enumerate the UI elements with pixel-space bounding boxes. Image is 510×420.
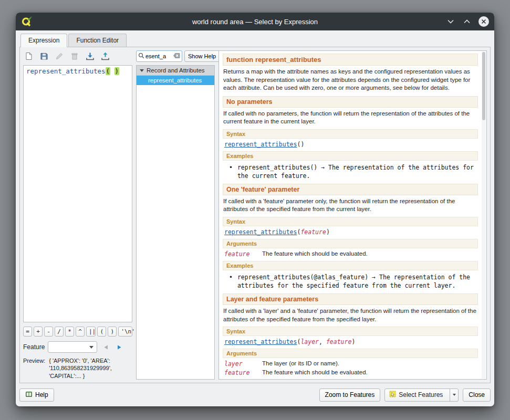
close-button[interactable]: Close [463, 388, 491, 402]
help-scrollbar-thumb[interactable] [482, 52, 485, 120]
help-h2: Layer and feature parameters [223, 293, 478, 305]
operator-button[interactable]: ^ [76, 327, 85, 337]
operator-button[interactable]: - [44, 327, 53, 337]
help-h3: Examples [223, 261, 478, 270]
qgis-logo-icon [21, 15, 34, 28]
help-para: Returns a map with the attribute names a… [223, 68, 477, 92]
function-tree: Record and Attributes represent_attribut… [136, 65, 215, 380]
save-expression-button[interactable] [38, 50, 50, 62]
help-h3: Syntax [223, 129, 478, 139]
help-h3: Arguments [223, 349, 478, 358]
select-features-label: Select Features [399, 391, 443, 398]
tree-group-label: Record and Attributes [147, 67, 205, 74]
help-title: function represent_attributes [223, 54, 478, 66]
new-expression-button[interactable] [23, 50, 35, 62]
tab-function-editor[interactable]: Function Editor [68, 34, 127, 47]
search-icon [138, 51, 144, 61]
help-h3: Syntax [223, 217, 478, 226]
shade-window-button[interactable] [446, 17, 455, 26]
dialog-footer: Help Zoom to Features Select Features Cl… [19, 387, 491, 403]
expression-text: represent_attributes [26, 67, 106, 75]
function-help-panel: function represent_attributes Returns a … [218, 50, 487, 380]
select-features-button[interactable]: Select Features [385, 389, 447, 401]
next-feature-button[interactable] [114, 342, 124, 352]
preview-label: Preview: [23, 357, 45, 380]
prev-feature-button[interactable] [100, 342, 111, 352]
help-h3: Arguments [223, 239, 478, 248]
help-para: If called with a 'feature' parameter onl… [223, 197, 477, 214]
dropdown-arrow-icon [453, 394, 456, 396]
tab-bar: Expression Function Editor [16, 30, 494, 47]
tab-expression[interactable]: Expression [20, 34, 67, 47]
expression-toolbar [23, 50, 132, 62]
help-example: •represent_attributes() → The representa… [229, 163, 477, 180]
edit-expression-button[interactable] [54, 50, 65, 62]
help-h2: No parameters [223, 96, 478, 108]
close-window-button[interactable] [478, 16, 489, 27]
feature-row: Feature [23, 341, 132, 353]
tree-item-represent-attributes[interactable]: represent_attributes [137, 76, 214, 85]
paren-space [110, 67, 115, 75]
maximize-window-button[interactable] [462, 17, 472, 26]
operator-button[interactable]: || [86, 327, 96, 337]
help-scrollbar[interactable] [482, 51, 486, 379]
titlebar[interactable]: world round area — Select by Expression [16, 13, 494, 30]
import-expressions-button[interactable] [84, 50, 96, 62]
expression-panel: represent_attributes( ) =+-/*^||()'\n' F… [23, 50, 132, 380]
feature-combobox[interactable] [48, 341, 97, 353]
search-box[interactable] [136, 50, 182, 62]
operator-button[interactable]: / [55, 327, 64, 337]
close-paren: ) [115, 67, 120, 75]
expression-builder-frame: represent_attributes( ) =+-/*^||()'\n' F… [19, 47, 491, 383]
help-syntax: represent_attributes(layer, feature) [224, 338, 476, 345]
window-title: world round area — Select by Expression [47, 18, 463, 26]
open-paren: ( [106, 67, 111, 75]
help-h3: Examples [223, 151, 478, 161]
zoom-to-features-button[interactable]: Zoom to Features [319, 388, 381, 402]
help-args: featureThe feature which should be evalu… [224, 250, 476, 258]
tree-expand-icon [140, 69, 144, 72]
operator-button[interactable]: ( [97, 327, 106, 337]
help-body: function represent_attributes Returns a … [219, 51, 482, 379]
show-help-button[interactable]: Show Help [184, 50, 220, 62]
operator-button[interactable]: = [23, 327, 32, 337]
help-h2: One 'feature' parameter [223, 184, 478, 195]
operator-button[interactable]: ) [108, 327, 117, 337]
clear-search-icon[interactable] [173, 51, 180, 61]
help-syntax: represent_attributes() [224, 141, 476, 148]
help-book-icon [25, 391, 33, 400]
combo-arrow-icon [89, 346, 93, 349]
expression-editor[interactable]: represent_attributes( ) [23, 65, 132, 322]
preview-value: { 'APPROX': '0', 'AREA': '110,8639582319… [49, 357, 127, 380]
select-features-dropdown[interactable] [450, 389, 458, 401]
operator-button[interactable]: '\n' [118, 327, 132, 337]
delete-expression-button[interactable] [69, 50, 80, 62]
help-example: •represent_attributes(@atlas_feature) → … [229, 273, 477, 290]
help-args: layerThe layer (or its ID or name).featu… [224, 360, 476, 376]
help-syntax: represent_attributes(feature) [224, 228, 476, 236]
preview-row: Preview: { 'APPROX': '0', 'AREA': '110,8… [23, 357, 132, 380]
help-para: If called with no parameters, the functi… [223, 110, 477, 126]
export-expressions-button[interactable] [99, 50, 111, 62]
help-para: If called with a 'layer' and a 'feature'… [223, 307, 477, 323]
operator-buttons: =+-/*^||()'\n' [23, 327, 132, 337]
help-h3: Syntax [223, 327, 478, 336]
search-input[interactable] [145, 53, 172, 59]
operator-button[interactable]: + [34, 327, 43, 337]
select-features-icon [389, 391, 396, 399]
help-button[interactable]: Help [19, 388, 54, 402]
tree-group-record-and-attributes[interactable]: Record and Attributes [137, 66, 214, 76]
function-list-panel: Show Help Record and Attributes represen… [136, 50, 215, 380]
help-button-label: Help [35, 391, 48, 398]
select-features-split-button: Select Features [384, 388, 459, 402]
operator-button[interactable]: * [65, 327, 74, 337]
feature-label: Feature [23, 343, 45, 351]
select-by-expression-dialog: world round area — Select by Expression … [16, 13, 494, 406]
